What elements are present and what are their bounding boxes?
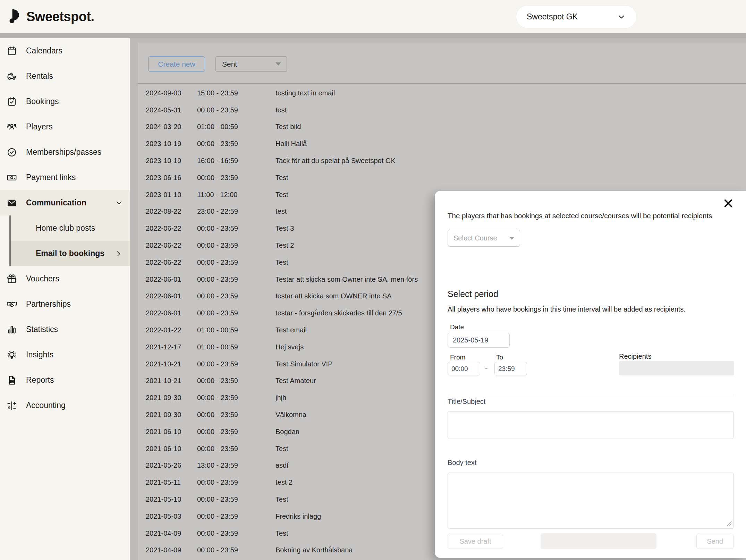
email-date: 2021-04-09 [146, 546, 197, 554]
email-row[interactable]: 2024-09-0315:00 - 23:59testing text in e… [138, 85, 746, 102]
email-row[interactable]: 2023-10-1916:00 - 16:59Tack för att du s… [138, 152, 746, 169]
email-time-range: 23:00 - 22:59 [197, 207, 275, 215]
email-date: 2022-06-01 [146, 292, 197, 300]
caret-down-icon [275, 62, 281, 66]
email-date: 2023-06-16 [146, 174, 197, 182]
sidebar-item-communication[interactable]: Communication [0, 190, 130, 215]
email-time-range: 00:00 - 23:59 [197, 309, 275, 317]
logo-text: Sweetspot. [26, 9, 94, 24]
section-divider [448, 395, 734, 395]
email-time-range: 00:00 - 23:59 [197, 546, 275, 554]
sidebar-item-partnerships[interactable]: Partnerships [0, 291, 130, 317]
to-time-field[interactable] [494, 362, 527, 375]
email-date: 2021-05-26 [146, 461, 197, 469]
handshake-icon [6, 298, 18, 310]
email-time-range: 00:00 - 23:59 [197, 445, 275, 453]
date-field[interactable] [448, 333, 510, 348]
email-time-range: 13:00 - 23:59 [197, 461, 275, 469]
footer-placeholder-box [541, 533, 656, 549]
email-date: 2024-09-03 [146, 89, 197, 97]
sidebar-item-label: Rentals [26, 71, 124, 81]
status-filter-dropdown[interactable]: Sent [215, 56, 287, 72]
email-row[interactable]: 2024-05-3100:00 - 23:59test [138, 102, 746, 119]
create-new-button[interactable]: Create new [148, 56, 205, 72]
sidebar-item-rentals[interactable]: Rentals [0, 63, 130, 89]
email-date: 2022-06-22 [146, 258, 197, 266]
email-time-range: 00:00 - 23:59 [197, 241, 275, 249]
select-period-title: Select period [448, 289, 498, 299]
sidebar-item-insights[interactable]: Insights [0, 342, 130, 367]
email-time-range: 11:00 - 12:00 [197, 191, 275, 199]
sidebar-subitem-email-to-bookings[interactable]: Email to bookings [11, 241, 130, 266]
email-time-range: 00:00 - 23:59 [197, 106, 275, 114]
email-date: 2021-05-11 [146, 478, 197, 486]
email-time-range: 16:00 - 16:59 [197, 157, 275, 165]
email-date: 2021-10-21 [146, 377, 197, 385]
club-selector-value: Sweetspot GK [527, 12, 578, 22]
calendar-check-icon [6, 96, 18, 108]
app-header: Sweetspot. Sweetspot GK [0, 0, 746, 33]
people-icon [6, 121, 18, 133]
email-date: 2022-01-22 [146, 326, 197, 334]
email-subject: Test bild [275, 123, 746, 131]
email-date: 2024-05-31 [146, 106, 197, 114]
email-time-range: 00:00 - 23:59 [197, 377, 275, 385]
email-time-range: 01:00 - 00:59 [197, 123, 275, 131]
email-time-range: 00:00 - 23:59 [197, 258, 275, 266]
to-label: To [496, 354, 503, 361]
header-shadow-strip [0, 33, 746, 38]
gift-icon [6, 273, 18, 285]
title-subject-field[interactable] [448, 411, 734, 439]
email-time-range: 00:00 - 23:59 [197, 428, 275, 436]
sidebar-item-label: Reports [26, 375, 124, 385]
body-text-field[interactable] [448, 473, 734, 529]
sidebar-item-label: Communication [26, 198, 115, 207]
from-label: From [450, 354, 465, 361]
email-date: 2021-09-30 [146, 411, 197, 419]
sidebar-subitem-label: Email to bookings [36, 249, 115, 258]
email-subject: Test [275, 174, 746, 182]
sidebar-item-accounting[interactable]: Accounting [0, 393, 130, 418]
banknote-icon [6, 172, 18, 184]
select-course-dropdown[interactable]: Select Course [448, 230, 520, 247]
sidebar-item-vouchers[interactable]: Vouchers [0, 266, 130, 291]
send-button[interactable]: Send [696, 534, 734, 549]
email-subject: Tack för att du spelat på Sweetspot GK [275, 157, 746, 165]
email-time-range: 00:00 - 23:59 [197, 495, 275, 503]
sweetspot-logo: Sweetspot. [8, 8, 94, 26]
sidebar-subitem-home-club-posts[interactable]: Home club posts [11, 215, 130, 241]
select-period-description: All players who have bookings in this ti… [448, 305, 686, 313]
calculator-icon [6, 400, 18, 411]
save-draft-button[interactable]: Save draft [448, 534, 503, 549]
chevron-right-icon [115, 249, 123, 258]
sidebar-item-label: Insights [26, 350, 124, 359]
sidebar-submenu-communication: Home club postsEmail to bookings [9, 215, 130, 266]
sidebar-subitem-label: Home club posts [36, 223, 123, 233]
recipients-field[interactable] [619, 361, 734, 375]
email-time-range: 00:00 - 23:59 [197, 140, 275, 148]
email-row[interactable]: 2023-06-1600:00 - 23:59Test [138, 169, 746, 186]
title-subject-label: Title/Subject [448, 398, 485, 406]
sidebar-item-label: Partnerships [26, 299, 124, 309]
sidebar-item-reports[interactable]: Reports [0, 367, 130, 393]
date-label: Date [450, 323, 464, 331]
sidebar-item-players[interactable]: Players [0, 114, 130, 139]
sidebar-item-payment-links[interactable]: Payment links [0, 165, 130, 190]
email-row[interactable]: 2024-03-2001:00 - 00:59Test bild [138, 119, 746, 136]
club-selector-dropdown[interactable]: Sweetspot GK [516, 5, 637, 28]
from-time-field[interactable] [448, 362, 480, 375]
sidebar-item-bookings[interactable]: Bookings [0, 89, 130, 114]
sidebar-item-memberships-passes[interactable]: Memberships/passes [0, 139, 130, 165]
badge-check-icon [6, 146, 18, 158]
close-icon[interactable] [723, 198, 734, 209]
email-date: 2024-03-20 [146, 123, 197, 131]
recipients-label: Recipients [619, 353, 651, 360]
email-time-range: 00:00 - 23:59 [197, 224, 275, 232]
email-row[interactable]: 2021-02-1010:00 - 10:10hallo [138, 559, 746, 560]
toolbar-divider [138, 83, 746, 84]
email-row[interactable]: 2023-10-1900:00 - 23:59Halli Hallå [138, 135, 746, 152]
sidebar-item-calendars[interactable]: Calendars [0, 38, 130, 63]
email-time-range: 00:00 - 23:59 [197, 394, 275, 402]
sidebar-item-statistics[interactable]: Statistics [0, 317, 130, 342]
email-date: 2022-06-22 [146, 241, 197, 249]
